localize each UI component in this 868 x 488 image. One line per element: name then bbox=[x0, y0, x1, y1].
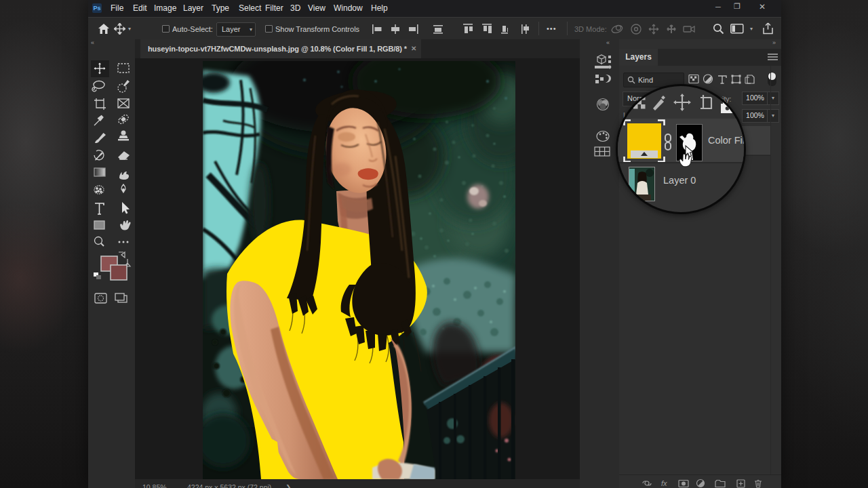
svg-text:fx: fx bbox=[661, 479, 667, 487]
